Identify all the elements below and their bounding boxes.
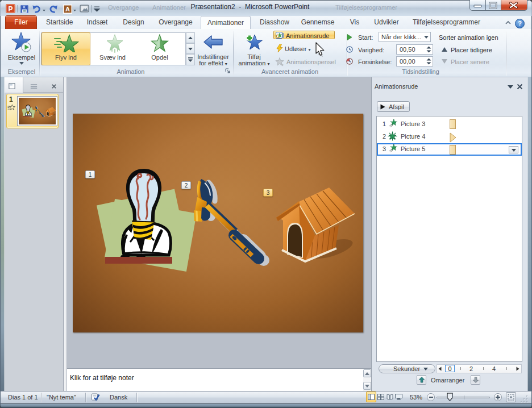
svg-text:A: A: [65, 6, 70, 13]
svg-text:P: P: [8, 5, 13, 13]
